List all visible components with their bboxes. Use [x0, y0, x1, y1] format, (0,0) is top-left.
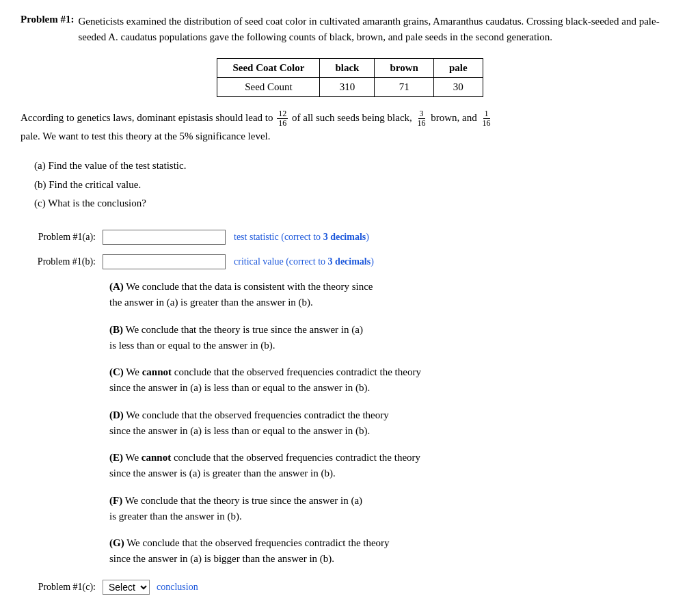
hint-a-text: test statistic (correct to: [234, 232, 323, 242]
option-D: (D) We conclude that the observed freque…: [109, 407, 679, 440]
option-G-text1: We conclude that the observed frequencie…: [126, 537, 389, 548]
genetics-text-3: brown, and: [431, 112, 477, 123]
option-E-text2: since the answer is (a) is greater than …: [109, 468, 336, 479]
option-F: (F) We conclude that the theory is true …: [109, 493, 679, 525]
col-header-label: Seed Coat Color: [217, 58, 320, 77]
option-C-id: (C): [109, 366, 124, 377]
option-A-text2: the answer in (a) is greater than the an…: [109, 297, 313, 308]
row-label: Seed Count: [217, 77, 320, 96]
option-C-pre: We: [126, 366, 139, 377]
option-C: (C) We cannot conclude that the observed…: [109, 364, 679, 396]
option-B-text1: We conclude that the theory is true sinc…: [125, 324, 362, 335]
hint-a-end: ): [366, 232, 369, 242]
hint-b-end: ): [371, 256, 374, 267]
col-header-brown: brown: [375, 58, 433, 77]
answer-label-a: Problem #1(a):: [21, 232, 96, 243]
conclusion-hint: conclusion: [157, 582, 198, 593]
genetics-text-1: According to genetics laws, dominant epi…: [21, 112, 273, 123]
option-D-text1: We conclude that the observed frequencie…: [126, 409, 388, 420]
sub-question-c: (c) What is the conclusion?: [34, 194, 679, 213]
answer-input-a[interactable]: [103, 230, 226, 245]
option-C-text2: since the answer in (a) is less than or …: [109, 382, 370, 393]
option-D-text2: since the answer in (a) is less than or …: [109, 425, 370, 436]
option-E-id: (E): [109, 452, 123, 463]
answer-input-b[interactable]: [103, 254, 226, 269]
frac1-numerator: 12: [277, 109, 288, 119]
option-C-text1: conclude that the observed frequencies c…: [174, 366, 421, 377]
problem-label: Problem #1:: [21, 14, 74, 25]
answer-hint-b: critical value (correct to 3 decimals): [234, 256, 374, 267]
option-A: (A) We conclude that the data is consist…: [109, 279, 679, 311]
conclusion-row: Problem #1(c): Select A B C D E F G conc…: [21, 580, 679, 595]
option-G-id: (G): [109, 537, 124, 548]
option-B-id: (B): [109, 324, 123, 335]
option-G-text2: since the answer in (a) is bigger than t…: [109, 553, 334, 564]
answer-row-a: Problem #1(a): test statistic (correct t…: [21, 230, 679, 245]
col-header-black: black: [320, 58, 375, 77]
option-E: (E) We cannot conclude that the observed…: [109, 450, 679, 482]
count-brown: 71: [375, 77, 433, 96]
option-F-id: (F): [109, 495, 122, 506]
problem-description: Geneticists examined the distribution of…: [78, 14, 679, 46]
options-section: (A) We conclude that the data is consist…: [109, 279, 679, 567]
frac1-denominator: 16: [277, 119, 288, 128]
option-F-text2: is greater than the answer in (b).: [109, 511, 242, 522]
sub-questions: (a) Find the value of the test statistic…: [34, 157, 679, 213]
option-B: (B) We conclude that the theory is true …: [109, 322, 679, 354]
frac2-denominator: 16: [416, 119, 427, 128]
count-black: 310: [320, 77, 375, 96]
sub-question-a: (a) Find the value of the test statistic…: [34, 157, 679, 176]
hint-b-bold: 3 decimals: [328, 256, 371, 267]
problem-container: Problem #1: Geneticists examined the dis…: [21, 14, 679, 595]
genetics-text: According to genetics laws, dominant epi…: [21, 109, 679, 144]
conclusion-label: Problem #1(c):: [21, 582, 96, 593]
option-E-text1: conclude that the observed frequencies c…: [174, 452, 420, 463]
option-F-text1: We conclude that the theory is true sinc…: [125, 495, 362, 506]
answer-label-b: Problem #1(b):: [21, 256, 96, 267]
fraction-3-16: 3 16: [416, 109, 427, 128]
fraction-1-16: 1 16: [481, 109, 492, 128]
frac3-denominator: 16: [481, 119, 492, 128]
hint-b-text: critical value (correct to: [234, 256, 328, 267]
option-C-cannot: cannot: [142, 366, 172, 377]
option-E-cannot: cannot: [142, 452, 171, 463]
count-pale: 30: [433, 77, 483, 96]
problem-header: Problem #1: Geneticists examined the dis…: [21, 14, 679, 46]
frac3-numerator: 1: [483, 109, 490, 119]
option-B-text2: is less than or equal to the answer in (…: [109, 340, 275, 351]
hint-a-bold: 3 decimals: [323, 232, 366, 242]
option-E-pre: We: [125, 452, 139, 463]
conclusion-select[interactable]: Select A B C D E F G: [103, 580, 150, 595]
frac2-numerator: 3: [418, 109, 425, 119]
option-G: (G) We conclude that the observed freque…: [109, 535, 679, 567]
answer-row-b: Problem #1(b): critical value (correct t…: [21, 254, 679, 269]
genetics-text-2: of all such seeds being black,: [292, 112, 412, 123]
col-header-pale: pale: [433, 58, 483, 77]
genetics-text-4: pale. We want to test this theory at the…: [21, 131, 271, 142]
answer-hint-a: test statistic (correct to 3 decimals): [234, 232, 369, 243]
option-D-id: (D): [109, 409, 124, 420]
seed-table: Seed Coat Color black brown pale Seed Co…: [217, 58, 483, 97]
seed-table-container: Seed Coat Color black brown pale Seed Co…: [21, 58, 679, 97]
fraction-12-16: 12 16: [277, 109, 288, 128]
option-A-id: (A): [109, 281, 124, 292]
option-A-text1: We conclude that the data is consistent …: [126, 281, 373, 292]
sub-question-b: (b) Find the critical value.: [34, 176, 679, 195]
